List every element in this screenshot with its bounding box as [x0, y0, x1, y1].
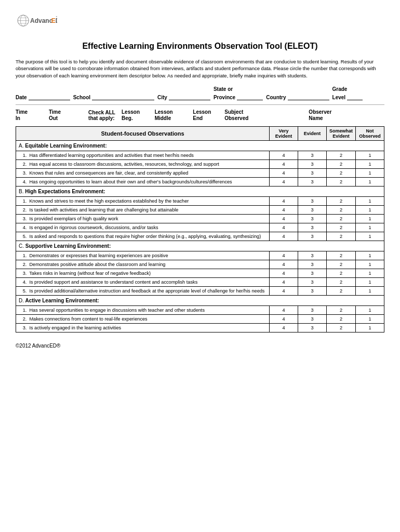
score-cell-2: 2 [326, 196, 355, 205]
score-cell-3: 3 [298, 269, 326, 277]
score-cell-3: 3 [298, 251, 326, 260]
score-cell-1: 1 [356, 159, 384, 168]
state-label: State or [214, 86, 233, 92]
date-input[interactable] [29, 92, 70, 100]
lesson-beg-input[interactable] [134, 115, 150, 121]
score-cell-3: 3 [298, 314, 326, 323]
score-cell-1: 1 [356, 151, 384, 159]
score-cell-4: 4 [269, 251, 298, 260]
item-text: 4. Has ongoing opportunities to learn ab… [16, 177, 270, 186]
item-text: 1. Knows and strives to meet the high ex… [16, 196, 270, 205]
table-row: 3. Is actively engaged in the learning a… [16, 323, 384, 332]
level-input[interactable] [347, 92, 363, 100]
score-cell-2: 2 [326, 177, 355, 186]
score-cell-4: 4 [269, 205, 298, 214]
score-cell-2: 2 [326, 260, 355, 269]
score-cell-3: 3 [298, 196, 326, 205]
score-cell-3: 3 [298, 214, 326, 223]
col-not-observed: NotObserved [356, 126, 384, 140]
province-label: Province [214, 95, 235, 100]
svg-text:™: ™ [56, 16, 57, 19]
country-field: Country [266, 92, 329, 100]
copyright-text: ©2012 AdvancED® [16, 343, 60, 349]
observer-name-sub: Name [309, 115, 323, 121]
score-cell-4: 4 [269, 214, 298, 223]
svg-text:E: E [51, 17, 56, 24]
score-cell-1: 1 [356, 223, 384, 232]
score-cell-2: 2 [326, 251, 355, 260]
score-cell-1: 1 [356, 314, 384, 323]
item-text: 2. Demonstrates positive attitude about … [16, 260, 270, 269]
main-header-text: Student-focused Observations [101, 130, 184, 137]
footer: ©2012 AdvancED® [16, 343, 384, 349]
city-label: City [157, 95, 167, 100]
score-cell-1: 1 [356, 232, 384, 241]
table-row: 3. Knows that rules and consequences are… [16, 168, 384, 177]
date-label: Date [16, 95, 27, 100]
item-text: 4. Is engaged in rigorous coursework, di… [16, 223, 270, 232]
level-field: Level [332, 92, 363, 100]
logo-area: Advanc E D ™ [16, 10, 384, 36]
form-row-1: Date School City State or Province Count… [16, 86, 384, 100]
score-cell-3: 3 [298, 305, 326, 314]
score-cell-1: 1 [356, 168, 384, 177]
lesson-end-input[interactable] [204, 115, 219, 121]
item-text: 2. Has equal access to classroom discuss… [16, 159, 270, 168]
table-row: 2. Has equal access to classroom discuss… [16, 159, 384, 168]
score-cell-4: 4 [269, 159, 298, 168]
score-cell-3: 3 [298, 232, 326, 241]
country-label: Country [266, 95, 286, 100]
table-row: 2. Makes connections from content to rea… [16, 314, 384, 323]
subject-input[interactable] [249, 115, 301, 121]
item-text: 5. Is provided additional/alternative in… [16, 286, 270, 295]
observer-label: Observer [309, 109, 331, 115]
table-row: 1. Demonstrates or expresses that learni… [16, 251, 384, 260]
score-cell-2: 2 [326, 223, 355, 232]
score-cell-3: 3 [298, 277, 326, 286]
item-text: 3. Knows that rules and consequences are… [16, 168, 270, 177]
score-cell-1: 1 [356, 277, 384, 286]
score-cell-1: 1 [356, 286, 384, 295]
score-cell-2: 2 [326, 269, 355, 277]
score-cell-1: 1 [356, 323, 384, 332]
item-text: 1. Demonstrates or expresses that learni… [16, 251, 270, 260]
table-row: 4. Is provided support and assistance to… [16, 277, 384, 286]
item-text: 5. Is asked and responds to questions th… [16, 232, 270, 241]
score-cell-2: 2 [326, 323, 355, 332]
school-field: School [73, 92, 154, 100]
score-cell-2: 2 [326, 277, 355, 286]
observer-name-input[interactable] [324, 115, 381, 121]
page-title: Effective Learning Environments Observat… [16, 42, 384, 51]
city-input[interactable] [169, 92, 210, 100]
grade-label: Grade [332, 86, 348, 92]
score-cell-2: 2 [326, 286, 355, 295]
main-header-cell: Student-focused Observations [16, 126, 270, 140]
item-text: 3. Is provided exemplars of high quality… [16, 214, 270, 223]
score-cell-1: 1 [356, 214, 384, 223]
form-row-2: Time In Time Out Check ALL that apply: L… [16, 109, 384, 121]
score-cell-4: 4 [269, 286, 298, 295]
table-row: 4. Has ongoing opportunities to learn ab… [16, 177, 384, 186]
section-header-D: D. Active Learning Environment: [16, 295, 384, 305]
score-cell-3: 3 [298, 286, 326, 295]
time-in-input[interactable] [21, 115, 45, 121]
lesson-mid-input[interactable] [172, 115, 188, 121]
svg-text:Advanc: Advanc [30, 17, 53, 24]
time-out-input[interactable] [59, 115, 82, 121]
section-header-A: A. Equitable Learning Environment: [16, 140, 384, 151]
country-input[interactable] [288, 92, 329, 100]
score-cell-3: 3 [298, 323, 326, 332]
item-text: 1. Has several opportunities to engage i… [16, 305, 270, 314]
table-header-row: Student-focused Observations VeryEvident… [16, 126, 384, 140]
subject-label: Subject [224, 109, 243, 115]
level-label: Level [332, 95, 346, 100]
section-header-B: B. High Expectations Environment: [16, 186, 384, 196]
score-cell-4: 4 [269, 277, 298, 286]
score-cell-2: 2 [326, 205, 355, 214]
province-input[interactable] [237, 92, 263, 100]
item-text: 3. Takes risks in learning (without fear… [16, 269, 270, 277]
score-cell-2: 2 [326, 232, 355, 241]
score-cell-4: 4 [269, 269, 298, 277]
school-label: School [73, 95, 90, 100]
school-input[interactable] [92, 92, 154, 100]
